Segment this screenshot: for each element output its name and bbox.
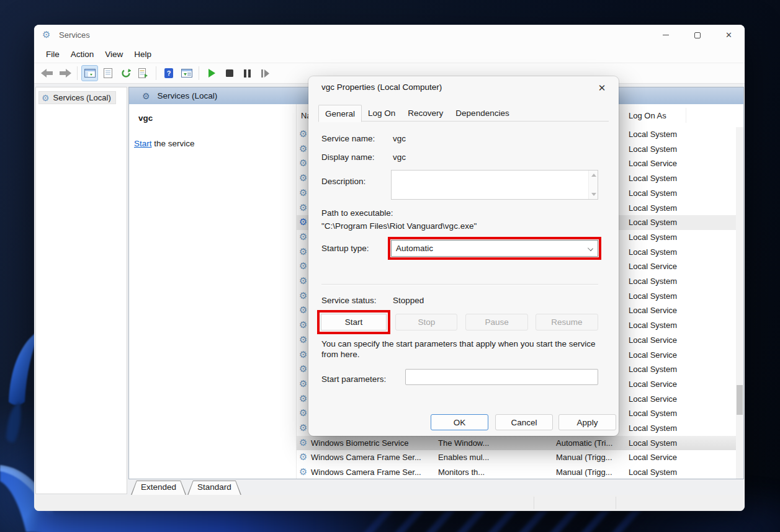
description-field[interactable] bbox=[391, 170, 598, 200]
status-separator bbox=[534, 497, 534, 509]
dialog-close-button[interactable]: ✕ bbox=[594, 81, 610, 95]
cell-logon: Local System bbox=[629, 436, 677, 451]
service-row[interactable]: ⚙Windows Camera Frame Ser...Monitors th.… bbox=[297, 465, 736, 479]
service-name-value: vgc bbox=[393, 134, 406, 143]
forward-button[interactable] bbox=[56, 65, 73, 81]
view-tabs: Extended Standard bbox=[128, 481, 243, 495]
service-gear-icon: ⚙ bbox=[299, 159, 307, 168]
minimize-button[interactable] bbox=[650, 25, 681, 45]
tab-dependencies[interactable]: Dependencies bbox=[449, 107, 515, 121]
service-name-label: Service name: bbox=[321, 134, 375, 143]
tab-standard[interactable]: Standard bbox=[187, 481, 241, 495]
service-gear-icon: ⚙ bbox=[299, 188, 307, 198]
cell-logon: Local Service bbox=[629, 333, 677, 348]
refresh-button[interactable] bbox=[117, 65, 134, 81]
menu-action[interactable]: Action bbox=[65, 50, 100, 59]
show-console-tree-button[interactable] bbox=[81, 65, 98, 81]
pause-button[interactable]: Pause bbox=[465, 314, 527, 330]
close-button[interactable]: ✕ bbox=[713, 25, 745, 45]
status-separator bbox=[616, 497, 616, 509]
service-control-buttons: Start Stop Pause Resume bbox=[321, 314, 598, 330]
scroll-down-icon bbox=[591, 193, 596, 196]
resume-button[interactable]: Resume bbox=[536, 314, 598, 330]
chevron-down-icon bbox=[588, 246, 593, 251]
service-gear-icon: ⚙ bbox=[299, 423, 307, 433]
tab-extended[interactable]: Extended bbox=[131, 481, 186, 495]
menu-view[interactable]: View bbox=[99, 50, 128, 59]
apply-button[interactable]: Apply bbox=[558, 414, 616, 430]
pause-icon bbox=[244, 69, 251, 78]
menu-file[interactable]: File bbox=[40, 50, 65, 59]
desktop: ⚙ Services ✕ File Action View Help bbox=[0, 0, 780, 532]
start-parameters-input[interactable] bbox=[405, 369, 598, 385]
stop-service-button[interactable] bbox=[221, 65, 238, 81]
start-button[interactable]: Start bbox=[321, 314, 387, 330]
cell-logon: Local System bbox=[629, 274, 677, 289]
cell-logon: Local System bbox=[629, 406, 677, 421]
pause-service-button[interactable] bbox=[239, 65, 256, 81]
restart-icon bbox=[261, 69, 269, 78]
service-status-value: Stopped bbox=[393, 296, 424, 305]
cell-startup: Manual (Trigg... bbox=[556, 450, 612, 465]
service-gear-icon: ⚙ bbox=[299, 233, 307, 242]
selected-service-name: vgc bbox=[138, 113, 153, 123]
service-gear-icon: ⚙ bbox=[299, 174, 307, 183]
startup-type-label: Startup type: bbox=[321, 244, 369, 253]
tab-recovery[interactable]: Recovery bbox=[401, 107, 449, 121]
column-header-logon[interactable]: Log On As bbox=[629, 111, 666, 120]
console-tree-pane: ⚙ Services (Local) bbox=[35, 87, 127, 494]
show-window-button[interactable] bbox=[178, 65, 195, 81]
menu-bar: File Action View Help bbox=[34, 45, 745, 63]
service-row[interactable]: ⚙Windows Camera Frame Ser...Enables mul.… bbox=[297, 450, 736, 465]
cell-logon: Local Service bbox=[629, 392, 677, 407]
services-app-icon: ⚙ bbox=[42, 30, 50, 40]
menu-help[interactable]: Help bbox=[128, 50, 157, 59]
cell-logon: Local Service bbox=[629, 303, 677, 318]
cancel-button[interactable]: Cancel bbox=[495, 414, 553, 430]
stop-button[interactable]: Stop bbox=[395, 314, 457, 330]
tab-logon[interactable]: Log On bbox=[362, 107, 401, 121]
cell-logon: Local System bbox=[629, 318, 677, 333]
tree-item-services-local[interactable]: ⚙ Services (Local) bbox=[38, 91, 116, 104]
export-list-button[interactable] bbox=[135, 65, 152, 81]
service-gear-icon: ⚙ bbox=[299, 394, 307, 404]
maximize-button[interactable] bbox=[681, 25, 713, 45]
description-scrollbar[interactable] bbox=[588, 171, 598, 199]
back-button[interactable] bbox=[38, 65, 55, 81]
service-gear-icon: ⚙ bbox=[299, 247, 307, 257]
service-gear-icon: ⚙ bbox=[299, 262, 307, 271]
cell-desc: Monitors th... bbox=[438, 465, 485, 479]
cell-desc: Enables mul... bbox=[438, 450, 489, 465]
display-name-label: Display name: bbox=[321, 153, 375, 162]
dialog-tabs: General Log On Recovery Dependencies bbox=[318, 107, 609, 122]
panel-header-title: Services (Local) bbox=[158, 91, 218, 100]
properties-icon bbox=[104, 68, 112, 78]
list-vertical-scrollbar[interactable] bbox=[736, 127, 743, 479]
ok-button[interactable]: OK bbox=[431, 414, 488, 430]
start-service-link[interactable]: Start bbox=[134, 139, 152, 148]
tab-general[interactable]: General bbox=[318, 105, 362, 122]
restart-service-button[interactable] bbox=[257, 65, 274, 81]
service-gear-icon: ⚙ bbox=[299, 379, 307, 389]
cell-logon: Local System bbox=[629, 171, 677, 186]
cell-logon: Local System bbox=[629, 362, 677, 377]
startup-type-dropdown[interactable]: Automatic bbox=[391, 240, 598, 257]
cell-logon: Local Service bbox=[629, 156, 677, 171]
help-icon: ? bbox=[164, 68, 173, 78]
service-gear-icon: ⚙ bbox=[299, 277, 307, 286]
panel-header-icon: ⚙ bbox=[142, 92, 150, 100]
cell-logon: Local System bbox=[629, 421, 677, 436]
cell-logon: Local System bbox=[629, 465, 677, 479]
service-gear-icon: ⚙ bbox=[299, 409, 307, 418]
service-gear-icon: ⚙ bbox=[299, 130, 307, 139]
help-button[interactable]: ? bbox=[160, 65, 177, 81]
properties-button[interactable] bbox=[99, 65, 116, 81]
cell-name: Windows Camera Frame Ser... bbox=[311, 465, 421, 479]
service-gear-icon: ⚙ bbox=[299, 321, 307, 330]
service-row[interactable]: ⚙Windows Biometric ServiceThe Window...A… bbox=[297, 436, 736, 451]
start-service-button[interactable] bbox=[203, 65, 220, 81]
scrollbar-thumb[interactable] bbox=[737, 385, 743, 415]
wallpaper-band bbox=[37, 507, 410, 532]
back-arrow-icon bbox=[41, 69, 53, 78]
close-icon: ✕ bbox=[725, 30, 732, 40]
